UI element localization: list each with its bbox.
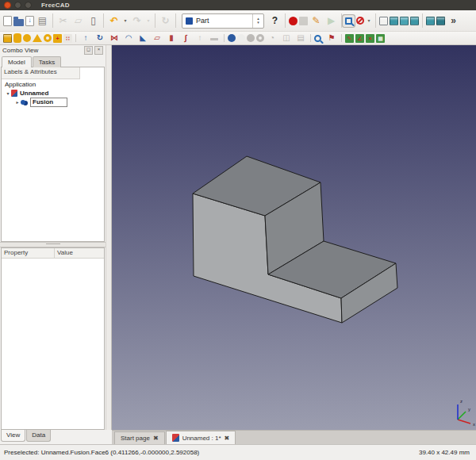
- macro-stop-icon[interactable]: [299, 17, 308, 25]
- view-right-icon[interactable]: [410, 17, 419, 25]
- tree-item-application[interactable]: Application: [2, 80, 104, 89]
- part-create-primitives-icon[interactable]: +: [53, 34, 62, 43]
- part-section-icon[interactable]: ◔: [266, 33, 278, 44]
- measure-linear-icon[interactable]: ✎: [345, 34, 354, 43]
- view-top-icon[interactable]: [400, 17, 409, 25]
- tab-tasks[interactable]: Tasks: [33, 56, 61, 67]
- panel-splitter[interactable]: [0, 242, 106, 247]
- part-cross-sections-icon[interactable]: ◫: [280, 33, 293, 44]
- part-loft-icon[interactable]: ▮: [165, 33, 178, 44]
- draw-style-menu-icon[interactable]: ▾: [366, 14, 372, 28]
- copy-icon[interactable]: ▱: [71, 14, 85, 28]
- status-bar: Preselected: Unnamed.Fusion.Face6 (0.411…: [0, 444, 476, 460]
- part-torus-icon[interactable]: [44, 34, 52, 42]
- mdi-tab-start-page[interactable]: Start page✖: [114, 431, 165, 444]
- part-cut-icon[interactable]: [237, 34, 245, 42]
- cut-icon[interactable]: ✂: [56, 14, 70, 28]
- undo-menu-icon[interactable]: ▾: [122, 14, 129, 28]
- window-title: FreeCAD: [41, 2, 70, 9]
- spinner-down-icon[interactable]: ▾: [257, 21, 259, 25]
- part-chamfer-icon[interactable]: ◣: [136, 33, 149, 44]
- tree-expand-icon[interactable]: ▸: [14, 99, 21, 105]
- part-sphere-icon[interactable]: [23, 34, 31, 42]
- part-union-icon[interactable]: [247, 34, 255, 42]
- part-box-icon[interactable]: [3, 34, 12, 43]
- print-icon[interactable]: ▤: [36, 14, 49, 28]
- part-defeaturing-icon[interactable]: ⚑: [325, 33, 338, 44]
- part-revolve-icon[interactable]: ↻: [94, 33, 106, 44]
- freecad-document-icon: [11, 90, 17, 97]
- property-editor: Property Value: [1, 247, 105, 430]
- combo-view-title: Combo View: [2, 47, 83, 54]
- view-rear-icon[interactable]: [426, 17, 435, 25]
- save-icon[interactable]: ↓: [25, 16, 34, 26]
- whats-this-icon[interactable]: ?: [268, 14, 282, 28]
- part-check-geometry-icon[interactable]: [314, 35, 321, 42]
- toolbar-part-tools: +∷↑↻⋈◠◣▱▮∫↑▬◔◫▤⚑✎∠×▦: [0, 32, 476, 45]
- part-mirror-icon[interactable]: ⋈: [108, 33, 121, 44]
- tree-item-fusion[interactable]: ▸Fusion: [2, 98, 104, 106]
- view-fit-icon[interactable]: [345, 17, 352, 25]
- mdi-tab-unnamed-1[interactable]: Unnamed : 1*✖: [166, 431, 236, 444]
- tab-close-icon[interactable]: ✖: [153, 435, 159, 442]
- workbench-part-icon: [186, 17, 193, 25]
- tree-body: Application▾Unnamed▸Fusion: [2, 79, 104, 241]
- tab-view[interactable]: View: [1, 430, 25, 442]
- toolbar-separator: [341, 34, 342, 43]
- tree-column-header: Labels & Attributes: [2, 67, 80, 79]
- part-thickness-icon[interactable]: ▬: [208, 33, 221, 44]
- part-offset-icon[interactable]: ↑: [194, 33, 206, 44]
- part-sweep-icon[interactable]: ∫: [179, 33, 192, 44]
- tab-model[interactable]: Model: [2, 56, 32, 67]
- toolbar-separator: [422, 13, 423, 28]
- redo-menu-icon[interactable]: ▾: [145, 14, 152, 28]
- part-fillet-icon[interactable]: ◠: [122, 33, 135, 44]
- fusion-icon: [21, 100, 25, 105]
- part-cylinder-icon[interactable]: [13, 33, 21, 43]
- paste-icon[interactable]: ▯: [86, 14, 100, 28]
- undo-icon[interactable]: ↶: [107, 14, 121, 28]
- measure-clear-all-icon[interactable]: ×: [366, 34, 374, 43]
- open-file-icon[interactable]: [13, 19, 24, 26]
- mdi-tab-label: Unnamed : 1*: [182, 435, 221, 442]
- mdi-tab-bar: Start page✖Unnamed : 1*✖: [112, 430, 476, 444]
- panel-float-icon[interactable]: ◻: [84, 46, 93, 55]
- view-axonometric-icon[interactable]: [379, 17, 388, 25]
- part-boolean-icon[interactable]: [228, 34, 236, 42]
- panel-close-icon[interactable]: ×: [94, 46, 103, 55]
- tree-item-unnamed[interactable]: ▾Unnamed: [2, 89, 104, 98]
- tree-expand-icon[interactable]: ▾: [5, 90, 11, 96]
- mdi-tab-label: Start page: [121, 435, 150, 442]
- workbench-selected-value: Part: [196, 17, 252, 25]
- redo-icon[interactable]: ↷: [130, 14, 144, 28]
- part-shape-builder-icon[interactable]: ∷: [63, 34, 72, 43]
- macro-record-icon[interactable]: [289, 17, 298, 25]
- part-ruled-surface-icon[interactable]: ▱: [151, 33, 163, 44]
- property-view-tabs: View Data: [0, 430, 112, 444]
- close-button[interactable]: [4, 2, 11, 9]
- measure-angular-icon[interactable]: ∠: [355, 34, 364, 43]
- vertical-splitter[interactable]: [106, 45, 112, 430]
- part-common-icon[interactable]: [256, 34, 264, 42]
- minimize-button[interactable]: [14, 2, 21, 9]
- draw-style-icon[interactable]: [356, 17, 364, 25]
- macro-play-icon[interactable]: ▶: [324, 14, 338, 28]
- refresh-icon[interactable]: ↻: [159, 14, 172, 28]
- maximize-button[interactable]: [25, 2, 32, 9]
- workbench-selector[interactable]: Part ▴ ▾: [182, 13, 264, 29]
- measure-toggle-all-icon[interactable]: ▦: [376, 34, 385, 43]
- view-front-icon[interactable]: [390, 17, 398, 25]
- new-file-icon[interactable]: [3, 16, 12, 26]
- model-tree: Labels & Attributes Application▾Unnamed▸…: [1, 67, 105, 242]
- workbench-selector-spinner[interactable]: ▴ ▾: [252, 14, 263, 28]
- part-cone-icon[interactable]: [33, 34, 42, 42]
- tab-data[interactable]: Data: [26, 430, 51, 442]
- view-left-icon[interactable]: [436, 17, 445, 25]
- part-compound-icon[interactable]: ▤: [294, 33, 307, 44]
- toolbar-separator: [285, 13, 286, 28]
- part-extrude-icon[interactable]: ↑: [79, 33, 92, 44]
- toolbar-overflow-icon[interactable]: »: [447, 14, 460, 28]
- tab-close-icon[interactable]: ✖: [225, 435, 230, 442]
- macro-edit-icon[interactable]: ✎: [309, 14, 323, 28]
- 3d-viewport[interactable]: xyz: [112, 45, 476, 430]
